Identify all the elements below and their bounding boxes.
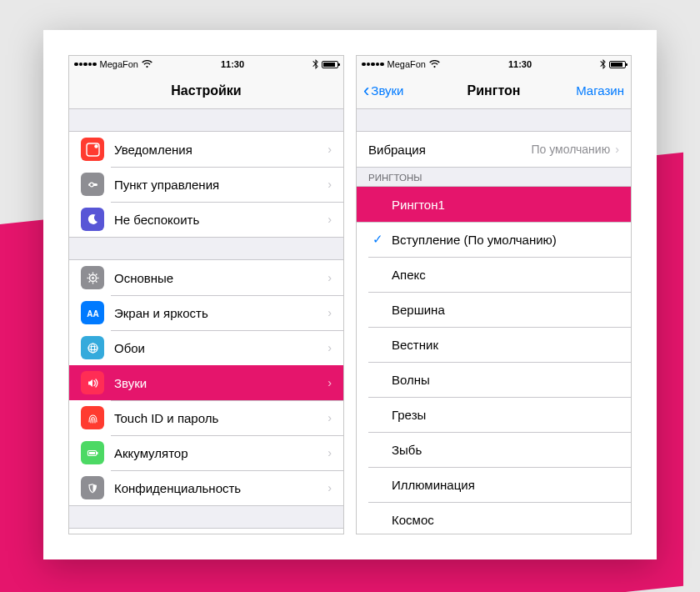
bluetooth-icon bbox=[600, 59, 606, 69]
carrier-label: MegaFon bbox=[100, 59, 138, 69]
back-label: Звуки bbox=[371, 83, 403, 98]
page-title: Настройки bbox=[171, 83, 241, 98]
chevron-right-icon: › bbox=[328, 178, 332, 191]
ringtone-label: Грезы bbox=[392, 408, 619, 422]
row-label: Основные bbox=[114, 271, 328, 285]
chevron-right-icon: › bbox=[328, 271, 332, 284]
settings-row[interactable]: Пункт управления› bbox=[69, 167, 343, 202]
row-label: Аккумулятор bbox=[114, 446, 328, 460]
status-bar: MegaFon 11:30 bbox=[69, 56, 343, 73]
ringtone-label: Апекс bbox=[392, 268, 619, 282]
settings-row[interactable]: Обои› bbox=[69, 330, 343, 365]
ringtone-row[interactable]: Апекс bbox=[357, 257, 631, 292]
page-title: Рингтон bbox=[468, 83, 521, 98]
vibration-label: Вибрация bbox=[368, 143, 531, 157]
svg-point-5 bbox=[92, 277, 94, 279]
chevron-right-icon: › bbox=[328, 411, 332, 424]
row-label: Touch ID и пароль bbox=[114, 411, 328, 425]
ringtone-list[interactable]: Вибрация По умолчанию › РИНГТОНЫ Рингтон… bbox=[357, 109, 631, 534]
chevron-right-icon: › bbox=[328, 143, 332, 156]
svg-line-13 bbox=[88, 281, 89, 282]
signal-icon bbox=[362, 63, 384, 67]
settings-row[interactable]: Основные› bbox=[69, 260, 343, 295]
svg-point-15 bbox=[88, 344, 98, 353]
ringtone-label: Иллюминация bbox=[392, 478, 619, 492]
battery-icon bbox=[81, 441, 104, 464]
section-header: РИНГТОНЫ bbox=[357, 168, 631, 186]
settings-row[interactable]: Звуки› bbox=[69, 365, 343, 400]
settings-row[interactable]: Touch ID и пароль› bbox=[69, 400, 343, 435]
battery-icon bbox=[322, 61, 338, 68]
svg-point-16 bbox=[88, 346, 98, 349]
ringtone-label: Волны bbox=[392, 373, 619, 387]
row-label: Пункт управления bbox=[114, 178, 328, 192]
svg-line-11 bbox=[96, 281, 97, 282]
ringtone-row[interactable]: ✓Вступление (По умолчанию) bbox=[357, 222, 631, 257]
nav-bar: Настройки bbox=[69, 73, 343, 109]
settings-row[interactable]: Конфиденциальность› bbox=[69, 470, 343, 505]
svg-rect-19 bbox=[97, 452, 98, 454]
ringtone-label: Рингтон1 bbox=[392, 198, 619, 212]
settings-list[interactable]: Уведомления›Пункт управления›Не беспокои… bbox=[69, 109, 343, 534]
store-button[interactable]: Магазин bbox=[520, 83, 624, 98]
chevron-right-icon: › bbox=[328, 341, 332, 354]
settings-row[interactable]: Уведомления› bbox=[69, 132, 343, 167]
svg-line-10 bbox=[88, 273, 89, 274]
chevron-right-icon: › bbox=[615, 143, 619, 156]
wallpaper-icon bbox=[81, 336, 104, 359]
chevron-right-icon: › bbox=[328, 376, 332, 389]
settings-row[interactable]: Не беспокоить› bbox=[69, 202, 343, 237]
notifications-icon bbox=[81, 138, 104, 161]
row-label: Уведомления bbox=[114, 143, 328, 157]
ringtone-label: Зыбь bbox=[392, 443, 619, 457]
svg-point-1 bbox=[94, 144, 98, 148]
dnd-icon bbox=[81, 208, 104, 231]
carrier-label: MegaFon bbox=[388, 59, 426, 69]
row-label: Конфиденциальность bbox=[114, 481, 328, 495]
phone-ringtone: MegaFon 11:30 ‹ Звуки Рингтон Магазин bbox=[356, 55, 632, 534]
vibration-value: По умолчанию bbox=[531, 143, 610, 156]
clock: 11:30 bbox=[440, 59, 600, 69]
chevron-right-icon: › bbox=[328, 213, 332, 226]
chevron-right-icon: › bbox=[328, 446, 332, 459]
status-bar: MegaFon 11:30 bbox=[357, 56, 631, 73]
bluetooth-icon bbox=[312, 59, 318, 69]
chevron-right-icon: › bbox=[328, 306, 332, 319]
phone-settings: MegaFon 11:30 Настройки Уведомления›Пунк… bbox=[68, 55, 344, 534]
settings-row[interactable]: AAЭкран и яркость› bbox=[69, 295, 343, 330]
vibration-cell[interactable]: Вибрация По умолчанию › bbox=[357, 132, 631, 167]
ringtone-row[interactable]: Вершина bbox=[357, 292, 631, 327]
ringtone-label: Космос bbox=[392, 513, 619, 527]
row-label: Экран и яркость bbox=[114, 306, 328, 320]
ringtone-row[interactable]: Иллюминация bbox=[357, 467, 631, 502]
ringtone-row[interactable]: Вестник bbox=[357, 327, 631, 362]
screenshot-card: MegaFon 11:30 Настройки Уведомления›Пунк… bbox=[43, 30, 657, 559]
general-icon bbox=[81, 266, 104, 289]
settings-row[interactable]: Аккумулятор› bbox=[69, 435, 343, 470]
display-icon: AA bbox=[81, 301, 104, 324]
battery-icon bbox=[609, 61, 626, 68]
ringtone-row[interactable]: Рингтон1 bbox=[357, 187, 631, 222]
svg-text:AA: AA bbox=[87, 309, 98, 318]
wifi-icon bbox=[142, 60, 152, 68]
ringtone-row[interactable]: Грезы bbox=[357, 397, 631, 432]
ringtone-row[interactable]: Зыбь bbox=[357, 432, 631, 467]
signal-icon bbox=[74, 63, 97, 67]
settings-row[interactable]: iCloudmick.sid85@gmail.com› bbox=[69, 529, 343, 534]
ringtone-row[interactable]: Космос bbox=[357, 502, 631, 534]
checkmark-icon: ✓ bbox=[368, 232, 387, 247]
row-label: Обои bbox=[114, 341, 328, 355]
ringtone-label: Вестник bbox=[392, 338, 619, 352]
svg-point-17 bbox=[91, 344, 94, 353]
touchid-icon bbox=[81, 406, 104, 429]
svg-rect-20 bbox=[89, 452, 95, 454]
clock: 11:30 bbox=[152, 59, 312, 69]
nav-bar: ‹ Звуки Рингтон Магазин bbox=[357, 73, 631, 109]
ringtone-row[interactable]: Волны bbox=[357, 362, 631, 397]
svg-line-12 bbox=[96, 273, 97, 274]
sounds-icon bbox=[81, 371, 104, 394]
row-label: Не беспокоить bbox=[114, 213, 328, 227]
ringtone-label: Вступление (По умолчанию) bbox=[392, 233, 619, 247]
chevron-right-icon: › bbox=[328, 481, 332, 494]
back-button[interactable]: ‹ Звуки bbox=[363, 83, 468, 98]
